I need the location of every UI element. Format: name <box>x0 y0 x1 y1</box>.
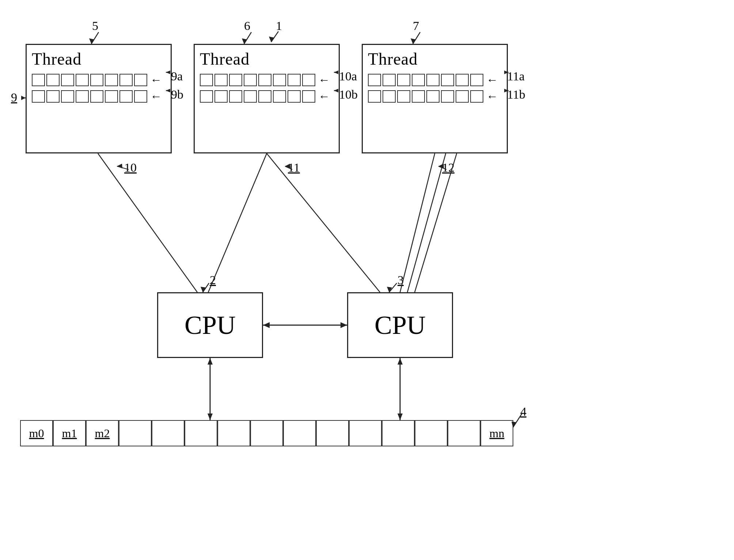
reg-cell <box>456 74 469 86</box>
svg-marker-36 <box>208 358 213 365</box>
reg-cell <box>200 74 213 86</box>
cpu-box-1: CPU <box>157 292 263 358</box>
reg-cell <box>46 74 60 86</box>
svg-marker-33 <box>263 322 270 328</box>
thread-2-label: Thread <box>200 49 334 69</box>
reg-cell <box>61 74 74 86</box>
annotation-11a: 11a <box>507 69 525 83</box>
reg-cell <box>302 74 315 86</box>
reg-cell <box>397 74 410 86</box>
svg-line-24 <box>267 153 380 292</box>
svg-marker-7 <box>269 37 274 42</box>
svg-line-0 <box>91 32 99 44</box>
annotation-11: 11 <box>288 161 300 175</box>
reg-cell <box>105 90 118 103</box>
reg-cell <box>470 90 483 103</box>
reg-cell <box>368 90 381 103</box>
mem-cell-empty <box>283 420 316 446</box>
svg-line-30 <box>389 283 397 292</box>
mem-cell-empty <box>448 420 480 446</box>
reg-cell <box>258 90 271 103</box>
svg-marker-3 <box>242 38 247 44</box>
reg-cell <box>134 90 147 103</box>
reg-cell <box>244 90 257 103</box>
reg-cell <box>397 90 410 103</box>
reg-cell <box>258 74 271 86</box>
mem-cell-empty <box>152 420 185 446</box>
svg-marker-9 <box>21 96 26 100</box>
annotation-9a: 9a <box>171 69 183 83</box>
reg-cell <box>119 74 133 86</box>
reg-cell <box>383 74 396 86</box>
mem-cell-empty <box>185 420 217 446</box>
reg-cell <box>32 74 45 86</box>
svg-line-26 <box>407 153 446 292</box>
reg-cell <box>200 90 213 103</box>
svg-marker-37 <box>208 414 213 420</box>
svg-marker-39 <box>398 358 403 365</box>
thread-1-row-a: ← <box>32 73 166 87</box>
svg-line-25 <box>400 153 435 292</box>
svg-line-6 <box>271 31 278 42</box>
reg-cell <box>229 90 242 103</box>
svg-line-2 <box>244 32 251 44</box>
reg-cell <box>273 74 286 86</box>
thread-box-2: Thread ← ← <box>194 44 340 153</box>
reg-cell <box>214 74 228 86</box>
thread-box-1: Thread ← ← <box>26 44 172 153</box>
svg-marker-34 <box>341 322 347 328</box>
reg-cell <box>32 90 45 103</box>
mem-cell-m1: m1 <box>53 420 86 446</box>
reg-cell <box>288 90 301 103</box>
reg-cell <box>214 90 228 103</box>
annotation-2: 2 <box>210 273 216 287</box>
thread-3-label: Thread <box>368 49 502 69</box>
reg-cell <box>412 74 425 86</box>
reg-cell <box>368 74 381 86</box>
svg-marker-42 <box>117 164 122 168</box>
reg-cell <box>134 74 147 86</box>
annotation-5: 5 <box>92 19 98 33</box>
reg-cell <box>412 90 425 103</box>
cpu-2-label: CPU <box>374 310 426 340</box>
thread-1-row-b: ← <box>32 89 166 103</box>
reg-cell <box>383 90 396 103</box>
reg-cell <box>105 74 118 86</box>
reg-cell <box>456 90 469 103</box>
reg-cell <box>61 90 74 103</box>
annotation-7: 7 <box>413 19 419 33</box>
svg-line-28 <box>203 283 209 292</box>
mem-cell-empty <box>250 420 283 446</box>
reg-cell <box>119 90 133 103</box>
annotation-10b: 10b <box>339 88 358 102</box>
annotation-4: 4 <box>520 405 526 419</box>
mem-cell-m2: m2 <box>86 420 119 446</box>
svg-line-23 <box>208 153 267 292</box>
mem-cell-empty <box>415 420 448 446</box>
reg-cell <box>90 74 103 86</box>
annotation-1: 1 <box>276 19 282 33</box>
reg-cell <box>244 74 257 86</box>
reg-cell <box>76 90 89 103</box>
annotation-9: 9 <box>11 91 17 104</box>
thread-1-label: Thread <box>32 49 166 69</box>
annotation-10: 10 <box>124 161 137 175</box>
svg-marker-31 <box>387 287 392 292</box>
svg-line-4 <box>413 32 420 44</box>
reg-cell <box>76 74 89 86</box>
cpu-box-2: CPU <box>347 292 453 358</box>
svg-marker-1 <box>89 38 94 44</box>
diagram-container: Thread ← ← Thread <box>0 0 734 560</box>
mem-cell-empty <box>382 420 415 446</box>
annotation-9b: 9b <box>171 88 183 102</box>
reg-cell <box>426 74 440 86</box>
annotation-12: 12 <box>442 161 455 175</box>
mem-cell-empty <box>119 420 152 446</box>
thread-2-row-b: ← <box>200 89 334 103</box>
reg-cell <box>441 90 454 103</box>
reg-cell <box>46 90 60 103</box>
reg-cell <box>229 74 242 86</box>
annotation-10a: 10a <box>339 69 357 83</box>
reg-cell <box>302 90 315 103</box>
reg-cell <box>273 90 286 103</box>
